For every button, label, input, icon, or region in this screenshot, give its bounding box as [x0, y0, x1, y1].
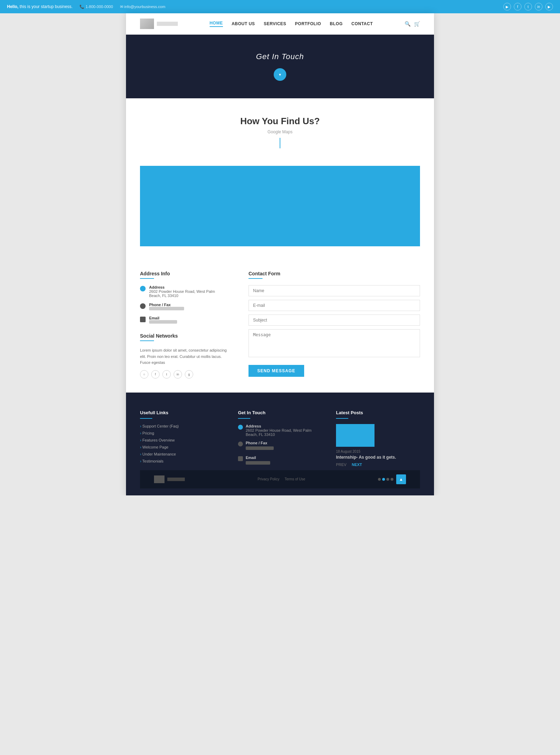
post-prev[interactable]: PREV: [336, 463, 346, 467]
search-icon[interactable]: 🔍: [405, 21, 411, 27]
footer-location-icon: [238, 425, 243, 430]
email-input[interactable]: [248, 300, 420, 311]
footer-get-in-touch: Get In Touch Address 2602 Powder House R…: [238, 410, 322, 470]
map-container[interactable]: [140, 166, 420, 246]
footer-link-maintenance[interactable]: Under Maintenance: [140, 452, 224, 456]
footer-link-features[interactable]: Features Overview: [140, 438, 224, 442]
footer-touch-heading: Get In Touch: [238, 410, 322, 415]
form-underline: [248, 278, 262, 279]
footer-address-item: Address 2602 Powder House Road, West Pal…: [238, 424, 322, 437]
find-us-divider: [280, 138, 280, 148]
useful-links-underline: [140, 418, 152, 419]
top-bar-social: ▶ f t in ▶: [503, 3, 553, 10]
message-textarea[interactable]: [248, 329, 420, 357]
latest-posts-heading: Latest Posts: [336, 410, 420, 415]
footer-address-value: 2602 Powder House Road, West Palm Beach,…: [246, 428, 322, 437]
post-next[interactable]: NEXT: [352, 463, 362, 467]
address-label: Address: [149, 285, 227, 289]
footer-bottom-link-1[interactable]: Privacy Policy: [258, 477, 279, 481]
footer-bottom-links: Privacy Policy Terms of Use: [258, 477, 305, 481]
subject-input[interactable]: [248, 315, 420, 326]
location-icon: [140, 286, 146, 291]
main-nav: HOME ABOUT US SERVICES PORTFOLIO BLOG CO…: [210, 21, 373, 27]
send-message-button[interactable]: SEND MESSAGE: [248, 365, 304, 377]
footer-grid: Usefull Links Support Center (Faq) Prici…: [140, 410, 420, 470]
footer-email-icon: [238, 456, 243, 461]
post-date: 18 August 2015: [336, 450, 420, 453]
contact-section: Address Info Address 2602 Powder House R…: [126, 257, 434, 393]
find-us-title: How You Find Us?: [140, 116, 420, 127]
footer-bottom-link-2[interactable]: Terms of Use: [285, 477, 305, 481]
social-icon-linkedin[interactable]: in: [174, 370, 182, 379]
footer-link-pricing[interactable]: Pricing: [140, 431, 224, 435]
social-section: Social Networks Lorem ipsum dolor sit am…: [140, 333, 227, 379]
site-footer: Usefull Links Support Center (Faq) Prici…: [126, 393, 434, 495]
footer-phone-item: Phone / Fax: [238, 441, 322, 451]
topbar-icon-facebook[interactable]: f: [514, 3, 522, 10]
cart-icon[interactable]: 🛒: [414, 21, 420, 27]
footer-link-support[interactable]: Support Center (Faq): [140, 424, 224, 428]
top-bar: Hello, this is your startup business. 📞 …: [0, 0, 560, 13]
social-heading: Social Networks: [140, 333, 227, 339]
site-header: HOME ABOUT US SERVICES PORTFOLIO BLOG CO…: [126, 13, 434, 35]
top-bar-email: ✉ info@yourbusiness.com: [120, 5, 166, 9]
top-bar-phone: 📞 1-800-000-0000: [79, 5, 113, 9]
address-item-email: Email: [140, 316, 227, 324]
nav-services[interactable]: SERVICES: [264, 21, 286, 26]
footer-phone-icon: [238, 442, 243, 446]
footer-bottom-right: ▲: [378, 474, 406, 484]
address-heading: Address Info: [140, 271, 227, 276]
social-icon-rss[interactable]: ○: [140, 370, 148, 379]
footer-email-value: [246, 461, 270, 465]
footer-useful-links: Usefull Links Support Center (Faq) Prici…: [140, 410, 224, 470]
hello-text: Hello, this is your startup business.: [7, 4, 72, 9]
contact-form-column: Contact Form SEND MESSAGE: [248, 271, 420, 379]
nav-home[interactable]: HOME: [210, 21, 223, 27]
nav-about[interactable]: ABOUT US: [232, 21, 255, 26]
footer-email-label: Email: [246, 456, 270, 460]
scroll-top-button[interactable]: ▲: [396, 474, 406, 484]
social-icon-twitter[interactable]: t: [162, 370, 171, 379]
footer-phone-label: Phone / Fax: [246, 441, 274, 445]
social-icon-google[interactable]: g: [185, 370, 193, 379]
post-image: [336, 424, 374, 447]
nav-blog[interactable]: BLOG: [330, 21, 343, 26]
form-group-message: [248, 329, 420, 359]
address-value: 2602 Powder House Road, West Palm Beach,…: [149, 289, 227, 298]
footer-logo-text: [167, 478, 185, 481]
footer-latest-posts: Latest Posts 18 August 2015 Internship- …: [336, 410, 420, 470]
address-item-address: Address 2602 Powder House Road, West Pal…: [140, 285, 227, 298]
phone-icon: [140, 303, 146, 309]
address-underline: [140, 278, 154, 279]
topbar-icon-play[interactable]: ▶: [503, 3, 511, 10]
form-group-email: [248, 300, 420, 311]
footer-dot-2: [382, 478, 385, 481]
nav-contact[interactable]: CONTACT: [351, 21, 373, 26]
form-group-name: [248, 285, 420, 296]
hero-dot: [274, 68, 286, 81]
social-description: Lorem ipsum dolor sit amet, consectetur …: [140, 347, 227, 366]
email-icon: [140, 317, 146, 322]
useful-links-heading: Usefull Links: [140, 410, 224, 415]
footer-dot-3: [386, 478, 389, 481]
footer-link-welcome[interactable]: Welcome Page: [140, 445, 224, 449]
phone-value: [149, 307, 184, 310]
topbar-icon-youtube[interactable]: ▶: [545, 3, 553, 10]
email-label: Email: [149, 316, 177, 320]
phone-label: Phone / Fax: [149, 303, 184, 307]
latest-posts-underline: [336, 418, 348, 419]
name-input[interactable]: [248, 285, 420, 296]
topbar-icon-linkedin[interactable]: in: [535, 3, 542, 10]
social-icon-facebook[interactable]: f: [151, 370, 160, 379]
email-value: [149, 320, 177, 324]
find-us-subtitle: Google Maps: [140, 129, 420, 134]
page-wrapper: HOME ABOUT US SERVICES PORTFOLIO BLOG CO…: [126, 13, 434, 495]
address-item-phone: Phone / Fax: [140, 303, 227, 311]
social-underline: [140, 340, 154, 341]
address-column: Address Info Address 2602 Powder House R…: [140, 271, 227, 379]
post-nav: PREV NEXT: [336, 463, 420, 467]
topbar-icon-twitter[interactable]: t: [524, 3, 532, 10]
footer-link-testimonials[interactable]: Testimonials: [140, 459, 224, 463]
nav-portfolio[interactable]: PORTFOLIO: [295, 21, 321, 26]
footer-dot-1: [378, 478, 381, 481]
